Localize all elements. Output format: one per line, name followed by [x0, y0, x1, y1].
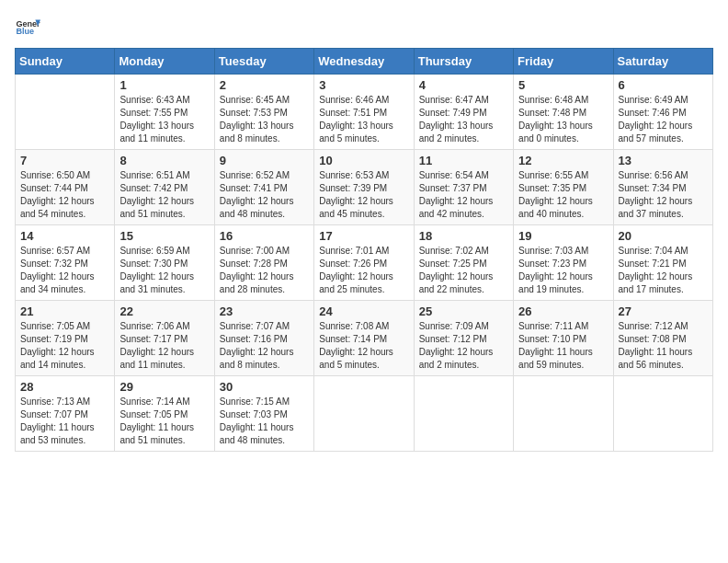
header-day-saturday: Saturday	[613, 49, 712, 75]
calendar-week-5: 28Sunrise: 7:13 AM Sunset: 7:07 PM Dayli…	[16, 376, 713, 452]
day-number: 10	[319, 154, 408, 167]
calendar-cell: 24Sunrise: 7:08 AM Sunset: 7:14 PM Dayli…	[314, 301, 414, 376]
calendar-cell: 27Sunrise: 7:12 AM Sunset: 7:08 PM Dayli…	[613, 301, 712, 376]
day-number: 22	[119, 304, 209, 318]
day-number: 8	[119, 154, 209, 167]
day-number: 21	[20, 304, 109, 318]
calendar-cell: 30Sunrise: 7:15 AM Sunset: 7:03 PM Dayli…	[214, 376, 313, 452]
calendar-cell	[514, 376, 613, 452]
calendar-cell: 8Sunrise: 6:51 AM Sunset: 7:42 PM Daylig…	[115, 150, 214, 225]
svg-text:Blue: Blue	[16, 27, 34, 36]
calendar-table: SundayMondayTuesdayWednesdayThursdayFrid…	[15, 48, 713, 452]
day-number: 20	[619, 229, 708, 243]
calendar-cell	[16, 75, 115, 150]
header: General Blue	[15, 15, 713, 40]
day-info: Sunrise: 7:15 AM Sunset: 7:03 PM Dayligh…	[220, 396, 309, 447]
day-info: Sunrise: 7:02 AM Sunset: 7:25 PM Dayligh…	[419, 245, 508, 296]
day-info: Sunrise: 6:59 AM Sunset: 7:30 PM Dayligh…	[119, 245, 209, 296]
header-day-thursday: Thursday	[414, 49, 513, 75]
calendar-week-2: 7Sunrise: 6:50 AM Sunset: 7:44 PM Daylig…	[16, 150, 713, 225]
day-info: Sunrise: 7:09 AM Sunset: 7:12 PM Dayligh…	[419, 320, 508, 372]
day-number: 15	[119, 229, 209, 243]
day-number: 19	[518, 229, 608, 243]
day-info: Sunrise: 7:05 AM Sunset: 7:19 PM Dayligh…	[20, 320, 109, 372]
calendar-cell: 25Sunrise: 7:09 AM Sunset: 7:12 PM Dayli…	[414, 301, 513, 376]
day-info: Sunrise: 6:53 AM Sunset: 7:39 PM Dayligh…	[319, 169, 408, 221]
calendar-week-4: 21Sunrise: 7:05 AM Sunset: 7:19 PM Dayli…	[16, 301, 713, 376]
calendar-cell: 21Sunrise: 7:05 AM Sunset: 7:19 PM Dayli…	[16, 301, 115, 376]
calendar-cell: 17Sunrise: 7:01 AM Sunset: 7:26 PM Dayli…	[314, 225, 414, 301]
header-day-wednesday: Wednesday	[314, 49, 414, 75]
calendar-cell: 28Sunrise: 7:13 AM Sunset: 7:07 PM Dayli…	[16, 376, 115, 452]
calendar-cell: 10Sunrise: 6:53 AM Sunset: 7:39 PM Dayli…	[314, 150, 414, 225]
header-day-friday: Friday	[514, 49, 613, 75]
header-day-monday: Monday	[115, 49, 214, 75]
header-day-tuesday: Tuesday	[214, 49, 313, 75]
calendar-week-1: 1Sunrise: 6:43 AM Sunset: 7:55 PM Daylig…	[16, 75, 713, 150]
day-number: 14	[20, 229, 109, 243]
calendar-cell: 2Sunrise: 6:45 AM Sunset: 7:53 PM Daylig…	[214, 75, 313, 150]
calendar-cell: 20Sunrise: 7:04 AM Sunset: 7:21 PM Dayli…	[613, 225, 712, 301]
day-info: Sunrise: 7:07 AM Sunset: 7:16 PM Dayligh…	[220, 320, 309, 372]
calendar-cell: 15Sunrise: 6:59 AM Sunset: 7:30 PM Dayli…	[115, 225, 214, 301]
day-info: Sunrise: 7:04 AM Sunset: 7:21 PM Dayligh…	[619, 245, 708, 296]
day-number: 27	[619, 304, 708, 318]
calendar-cell: 9Sunrise: 6:52 AM Sunset: 7:41 PM Daylig…	[214, 150, 313, 225]
day-info: Sunrise: 6:50 AM Sunset: 7:44 PM Dayligh…	[20, 169, 109, 221]
day-number: 11	[419, 154, 508, 167]
day-info: Sunrise: 6:45 AM Sunset: 7:53 PM Dayligh…	[220, 94, 309, 145]
logo: General Blue	[15, 15, 40, 40]
day-info: Sunrise: 7:00 AM Sunset: 7:28 PM Dayligh…	[220, 245, 309, 296]
day-info: Sunrise: 6:48 AM Sunset: 7:48 PM Dayligh…	[518, 94, 608, 145]
day-info: Sunrise: 6:54 AM Sunset: 7:37 PM Dayligh…	[419, 169, 508, 221]
day-number: 7	[20, 154, 109, 167]
day-info: Sunrise: 6:43 AM Sunset: 7:55 PM Dayligh…	[119, 94, 209, 145]
day-info: Sunrise: 7:13 AM Sunset: 7:07 PM Dayligh…	[20, 396, 109, 447]
day-number: 24	[319, 304, 408, 318]
day-number: 2	[220, 78, 309, 92]
calendar-cell: 18Sunrise: 7:02 AM Sunset: 7:25 PM Dayli…	[414, 225, 513, 301]
calendar-cell	[613, 376, 712, 452]
day-info: Sunrise: 7:14 AM Sunset: 7:05 PM Dayligh…	[119, 396, 209, 447]
calendar-cell: 29Sunrise: 7:14 AM Sunset: 7:05 PM Dayli…	[115, 376, 214, 452]
day-number: 4	[419, 78, 508, 92]
day-number: 17	[319, 229, 408, 243]
day-info: Sunrise: 6:56 AM Sunset: 7:34 PM Dayligh…	[619, 169, 708, 221]
calendar-cell: 6Sunrise: 6:49 AM Sunset: 7:46 PM Daylig…	[613, 75, 712, 150]
day-info: Sunrise: 6:49 AM Sunset: 7:46 PM Dayligh…	[619, 94, 708, 145]
day-number: 28	[20, 380, 109, 394]
calendar-cell: 16Sunrise: 7:00 AM Sunset: 7:28 PM Dayli…	[214, 225, 313, 301]
day-number: 9	[220, 154, 309, 167]
calendar-cell: 12Sunrise: 6:55 AM Sunset: 7:35 PM Dayli…	[514, 150, 613, 225]
day-info: Sunrise: 7:12 AM Sunset: 7:08 PM Dayligh…	[619, 320, 708, 372]
calendar-cell	[314, 376, 414, 452]
day-info: Sunrise: 6:57 AM Sunset: 7:32 PM Dayligh…	[20, 245, 109, 296]
day-number: 3	[319, 78, 408, 92]
day-info: Sunrise: 7:06 AM Sunset: 7:17 PM Dayligh…	[119, 320, 209, 372]
day-number: 5	[518, 78, 608, 92]
calendar-cell: 19Sunrise: 7:03 AM Sunset: 7:23 PM Dayli…	[514, 225, 613, 301]
calendar-cell	[414, 376, 513, 452]
calendar-cell: 7Sunrise: 6:50 AM Sunset: 7:44 PM Daylig…	[16, 150, 115, 225]
day-number: 25	[419, 304, 508, 318]
day-number: 12	[518, 154, 608, 167]
day-number: 18	[419, 229, 508, 243]
day-number: 6	[619, 78, 708, 92]
calendar-cell: 14Sunrise: 6:57 AM Sunset: 7:32 PM Dayli…	[16, 225, 115, 301]
day-info: Sunrise: 7:11 AM Sunset: 7:10 PM Dayligh…	[518, 320, 608, 372]
day-info: Sunrise: 6:46 AM Sunset: 7:51 PM Dayligh…	[319, 94, 408, 145]
day-info: Sunrise: 7:03 AM Sunset: 7:23 PM Dayligh…	[518, 245, 608, 296]
day-number: 29	[119, 380, 209, 394]
calendar-cell: 4Sunrise: 6:47 AM Sunset: 7:49 PM Daylig…	[414, 75, 513, 150]
calendar-cell: 22Sunrise: 7:06 AM Sunset: 7:17 PM Dayli…	[115, 301, 214, 376]
day-number: 23	[220, 304, 309, 318]
calendar-header-row: SundayMondayTuesdayWednesdayThursdayFrid…	[16, 49, 713, 75]
day-number: 30	[220, 380, 309, 394]
calendar-cell: 5Sunrise: 6:48 AM Sunset: 7:48 PM Daylig…	[514, 75, 613, 150]
calendar-cell: 26Sunrise: 7:11 AM Sunset: 7:10 PM Dayli…	[514, 301, 613, 376]
day-number: 16	[220, 229, 309, 243]
header-day-sunday: Sunday	[16, 49, 115, 75]
day-info: Sunrise: 6:51 AM Sunset: 7:42 PM Dayligh…	[119, 169, 209, 221]
calendar-cell: 1Sunrise: 6:43 AM Sunset: 7:55 PM Daylig…	[115, 75, 214, 150]
calendar-cell: 23Sunrise: 7:07 AM Sunset: 7:16 PM Dayli…	[214, 301, 313, 376]
